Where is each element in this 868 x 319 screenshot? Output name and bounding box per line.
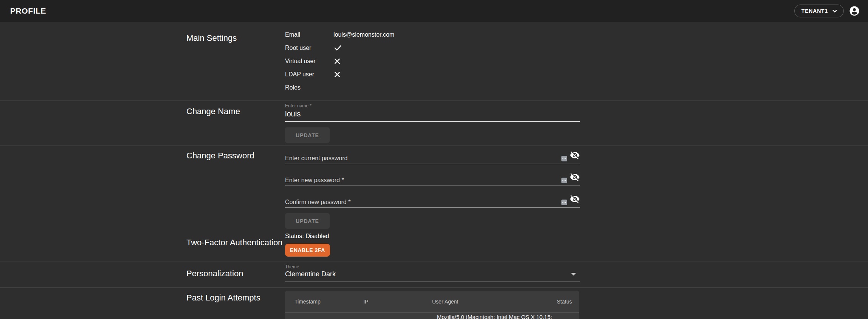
change-name-heading: Change Name bbox=[186, 107, 240, 116]
theme-select[interactable]: Clementine Dark bbox=[285, 269, 580, 282]
email-value: louis@siemonster.com bbox=[333, 31, 394, 38]
column-header-user-agent: User Agent bbox=[432, 299, 557, 305]
chevron-down-icon bbox=[831, 8, 838, 14]
account-avatar-icon[interactable] bbox=[848, 5, 860, 17]
user-agent-cell: Mozilla/5.0 (Macintosh; Intel Mac OS X 1… bbox=[432, 313, 557, 319]
login-table-header: Timestamp IP User Agent Status bbox=[285, 291, 579, 312]
section-past-login: Past Login Attempts Timestamp IP User Ag… bbox=[0, 288, 868, 319]
update-password-button[interactable]: UPDATE bbox=[285, 213, 330, 229]
tenant-selector-button[interactable]: TENANT1 bbox=[794, 5, 844, 17]
current-password-input[interactable] bbox=[285, 155, 546, 162]
login-attempts-table: Timestamp IP User Agent Status Mozilla/5… bbox=[285, 291, 579, 319]
section-change-password: Change Password bbox=[0, 146, 868, 231]
theme-label: Theme bbox=[285, 264, 580, 269]
column-header-status: Status bbox=[557, 299, 572, 305]
current-password-field bbox=[285, 146, 580, 164]
tenant-selector-label: TENANT1 bbox=[801, 8, 828, 14]
column-header-timestamp: Timestamp bbox=[294, 299, 363, 305]
page-title: PROFILE bbox=[10, 6, 46, 15]
theme-selected-value: Clementine Dark bbox=[285, 270, 580, 278]
two-factor-heading: Two-Factor Authentication bbox=[186, 238, 282, 248]
section-two-factor: Two-Factor Authentication Status: Disabl… bbox=[0, 231, 868, 262]
status-cell bbox=[557, 313, 570, 319]
change-name-form: Enter name * UPDATE bbox=[285, 103, 580, 143]
name-input[interactable] bbox=[285, 108, 580, 122]
confirm-password-field bbox=[285, 189, 580, 208]
new-password-input[interactable] bbox=[285, 177, 546, 184]
field-row-roles: Roles bbox=[285, 81, 580, 94]
check-icon bbox=[333, 43, 342, 52]
dropdown-caret-icon bbox=[571, 273, 576, 276]
cross-icon bbox=[333, 57, 341, 65]
name-field-label: Enter name * bbox=[285, 103, 580, 108]
virtual-user-label: Virtual user bbox=[285, 58, 333, 65]
top-bar: PROFILE TENANT1 bbox=[0, 0, 868, 22]
table-row: Mozilla/5.0 (Macintosh; Intel Mac OS X 1… bbox=[285, 313, 579, 319]
ldap-user-label: LDAP user bbox=[285, 71, 333, 78]
change-password-heading: Change Password bbox=[186, 151, 254, 161]
field-row-email: Email louis@siemonster.com bbox=[285, 28, 580, 41]
password-key-icon bbox=[561, 156, 567, 161]
column-header-ip: IP bbox=[363, 299, 432, 305]
section-main-settings: Main Settings Email louis@siemonster.com… bbox=[0, 22, 868, 101]
email-label: Email bbox=[285, 31, 333, 38]
profile-page: PROFILE TENANT1 Main Settings Email bbox=[0, 0, 868, 319]
eye-slash-icon[interactable] bbox=[570, 172, 580, 182]
password-key-icon bbox=[561, 200, 567, 205]
section-personalization: Personalization Theme Clementine Dark bbox=[0, 262, 868, 288]
field-row-virtual-user: Virtual user bbox=[285, 54, 580, 68]
top-bar-actions: TENANT1 bbox=[794, 5, 860, 17]
update-name-button[interactable]: UPDATE bbox=[285, 127, 330, 143]
two-factor-status: Status: Disabled bbox=[285, 233, 580, 240]
new-password-field bbox=[285, 167, 580, 186]
password-key-icon bbox=[561, 178, 567, 183]
personalization-heading: Personalization bbox=[186, 269, 243, 279]
main-settings-fields: Email louis@siemonster.com Root user Vir… bbox=[285, 28, 580, 94]
section-change-name: Change Name Enter name * UPDATE bbox=[0, 101, 868, 146]
main-settings-heading: Main Settings bbox=[186, 33, 237, 43]
field-row-root-user: Root user bbox=[285, 41, 580, 54]
root-user-label: Root user bbox=[285, 45, 333, 51]
change-password-form: UPDATE bbox=[285, 146, 580, 229]
eye-slash-icon[interactable] bbox=[570, 194, 580, 204]
eye-slash-icon[interactable] bbox=[570, 150, 580, 160]
past-login-heading: Past Login Attempts bbox=[186, 293, 260, 303]
personalization-content: Theme Clementine Dark bbox=[285, 264, 580, 282]
ip-cell bbox=[363, 313, 432, 319]
two-factor-content: Status: Disabled ENABLE 2FA bbox=[285, 233, 580, 257]
timestamp-cell bbox=[294, 313, 363, 319]
cross-icon bbox=[333, 71, 341, 78]
roles-label: Roles bbox=[285, 84, 333, 91]
field-row-ldap-user: LDAP user bbox=[285, 68, 580, 81]
enable-2fa-button[interactable]: ENABLE 2FA bbox=[285, 244, 330, 257]
confirm-password-input[interactable] bbox=[285, 199, 546, 206]
